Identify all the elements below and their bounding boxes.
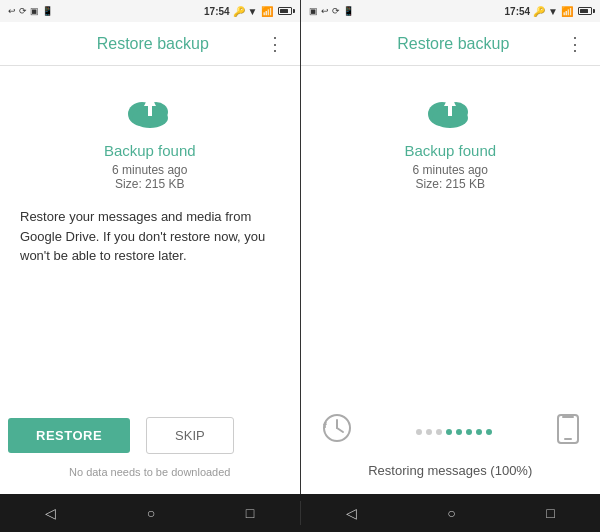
time-2: 17:54 xyxy=(505,6,531,17)
no-download-label: No data needs to be downloaded xyxy=(8,466,292,478)
skip-button[interactable]: SKIP xyxy=(146,417,234,454)
toolbar-2: Restore backup ⋮ xyxy=(301,22,601,66)
status-left-2: ▣ ↩ ⟳ 📱 xyxy=(309,6,354,16)
backup-size-2: Size: 215 KB xyxy=(416,177,485,191)
phone-status-icon: 📱 xyxy=(42,6,53,16)
recent-nav-button-1[interactable]: □ xyxy=(234,501,266,525)
dot-3 xyxy=(436,429,442,435)
nav-bar: ◁ ○ □ ◁ ○ □ xyxy=(0,494,600,532)
wifi-icon-2: ▼ xyxy=(548,6,558,17)
screen-1: ↩ ⟳ ▣ 📱 17:54 🔑 ▼ 📶 Restore backup ⋮ xyxy=(0,0,301,494)
progress-visual xyxy=(309,412,593,451)
progress-dots xyxy=(353,429,557,435)
key-icon-1: 🔑 xyxy=(233,6,245,17)
battery-icon-1 xyxy=(278,7,292,15)
wifi-icon-1: ▼ xyxy=(248,6,258,17)
key-icon-2: 🔑 xyxy=(533,6,545,17)
signal-icon-1: 📶 xyxy=(261,6,273,17)
cloud-icon-2 xyxy=(422,86,478,134)
svg-line-10 xyxy=(337,428,343,432)
dot-2 xyxy=(426,429,432,435)
backup-time-1: 6 minutes ago xyxy=(112,163,187,177)
dot-7 xyxy=(476,429,482,435)
status-bar-2: ▣ ↩ ⟳ 📱 17:54 🔑 ▼ 📶 xyxy=(301,0,601,22)
restore-description: Restore your messages and media from Goo… xyxy=(16,207,284,266)
toolbar-1: Restore backup ⋮ xyxy=(0,22,300,66)
screen2-icon4: 📱 xyxy=(343,6,354,16)
home-nav-button-2[interactable]: ○ xyxy=(435,501,467,525)
screen2-icon1: ▣ xyxy=(309,6,318,16)
history-icon xyxy=(321,412,353,451)
back-nav-button-1[interactable]: ◁ xyxy=(33,501,68,525)
restore-button[interactable]: RESTORE xyxy=(8,418,130,453)
screen-2: ▣ ↩ ⟳ 📱 17:54 🔑 ▼ 📶 Restore backup ⋮ xyxy=(301,0,601,494)
signal-icon-2: 📶 xyxy=(561,6,573,17)
backup-time-2: 6 minutes ago xyxy=(413,163,488,177)
back-nav-button-2[interactable]: ◁ xyxy=(334,501,369,525)
toolbar-title-2: Restore backup xyxy=(341,35,567,53)
phone-restore-icon xyxy=(556,414,580,450)
content-1: Backup found 6 minutes ago Size: 215 KB … xyxy=(0,66,300,417)
restoring-text: Restoring messages (100%) xyxy=(309,463,593,478)
btn-row: RESTORE SKIP xyxy=(8,417,292,454)
progress-area: Restoring messages (100%) xyxy=(301,412,601,478)
screen2-icon3: ⟳ xyxy=(332,6,340,16)
time-1: 17:54 xyxy=(204,6,230,17)
cloud-icon-1 xyxy=(122,86,178,134)
toolbar-title-1: Restore backup xyxy=(40,35,266,53)
backup-found-label-2: Backup found xyxy=(404,142,496,159)
status-right-1: 17:54 🔑 ▼ 📶 xyxy=(204,6,291,17)
back-icon-status: ↩ xyxy=(8,6,16,16)
content-2: Backup found 6 minutes ago Size: 215 KB xyxy=(301,66,601,412)
refresh-icon-status: ⟳ xyxy=(19,6,27,16)
status-bar-1: ↩ ⟳ ▣ 📱 17:54 🔑 ▼ 📶 xyxy=(0,0,300,22)
status-right-2: 17:54 🔑 ▼ 📶 xyxy=(505,6,592,17)
screen2-icon2: ↩ xyxy=(321,6,329,16)
dot-5 xyxy=(456,429,462,435)
battery-icon-2 xyxy=(578,7,592,15)
home-nav-button-1[interactable]: ○ xyxy=(135,501,167,525)
dot-8 xyxy=(486,429,492,435)
dot-4 xyxy=(446,429,452,435)
more-options-button-1[interactable]: ⋮ xyxy=(266,33,284,55)
backup-size-1: Size: 215 KB xyxy=(115,177,184,191)
buttons-area: RESTORE SKIP No data needs to be downloa… xyxy=(0,417,300,486)
screen-icon-status: ▣ xyxy=(30,6,39,16)
dot-6 xyxy=(466,429,472,435)
status-left-1: ↩ ⟳ ▣ 📱 xyxy=(8,6,53,16)
recent-nav-button-2[interactable]: □ xyxy=(534,501,566,525)
more-options-button-2[interactable]: ⋮ xyxy=(566,33,584,55)
backup-found-label-1: Backup found xyxy=(104,142,196,159)
dot-1 xyxy=(416,429,422,435)
